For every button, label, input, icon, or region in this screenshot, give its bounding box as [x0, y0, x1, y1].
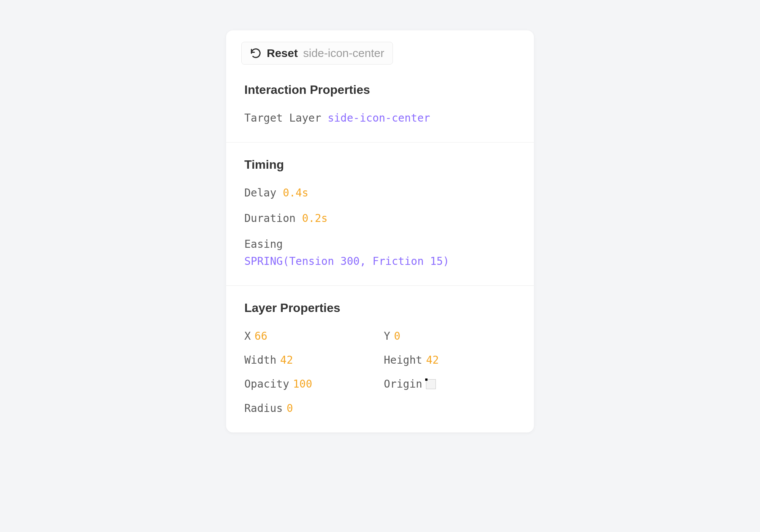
x-row[interactable]: X 66	[244, 329, 376, 344]
origin-row[interactable]: Origin	[384, 377, 516, 391]
refresh-icon	[250, 48, 261, 59]
height-label: Height	[384, 353, 422, 367]
width-value: 42	[280, 353, 293, 367]
target-layer-value: side-icon-center	[328, 112, 430, 124]
layer-title: Layer Properties	[244, 301, 516, 315]
easing-row[interactable]: Easing SPRING(Tension 300, Friction 15)	[244, 237, 516, 269]
y-value: 0	[394, 329, 401, 344]
duration-row[interactable]: Duration 0.2s	[244, 211, 516, 226]
width-label: Width	[244, 353, 276, 367]
reset-button[interactable]: Reset side-icon-center	[241, 42, 393, 65]
target-layer-row[interactable]: Target Layer side-icon-center	[244, 111, 516, 125]
radius-value: 0	[287, 401, 293, 416]
duration-label: Duration	[244, 212, 296, 225]
delay-row[interactable]: Delay 0.4s	[244, 185, 516, 200]
radius-row[interactable]: Radius 0	[244, 401, 376, 416]
delay-value: 0.4s	[283, 187, 308, 199]
interaction-section: Interaction Properties Target Layer side…	[226, 65, 534, 142]
x-value: 66	[255, 329, 268, 344]
width-row[interactable]: Width 42	[244, 353, 376, 367]
target-layer-label: Target Layer	[244, 112, 321, 124]
layer-section: Layer Properties X 66 Y 0 Width 42 Heigh…	[226, 286, 534, 432]
radius-label: Radius	[244, 401, 283, 416]
origin-label: Origin	[384, 377, 422, 391]
timing-section: Timing Delay 0.4s Duration 0.2s Easing S…	[226, 142, 534, 286]
properties-panel: Reset side-icon-center Interaction Prope…	[226, 30, 534, 432]
height-value: 42	[426, 353, 439, 367]
y-label: Y	[384, 329, 390, 344]
delay-label: Delay	[244, 187, 276, 199]
opacity-row[interactable]: Opacity 100	[244, 377, 376, 391]
reset-label: Reset	[267, 47, 298, 60]
duration-value: 0.2s	[302, 212, 328, 225]
opacity-label: Opacity	[244, 377, 289, 391]
y-row[interactable]: Y 0	[384, 329, 516, 344]
reset-section: Reset side-icon-center	[226, 30, 534, 65]
reset-target: side-icon-center	[303, 47, 384, 60]
origin-picker-icon[interactable]	[426, 379, 436, 389]
height-row[interactable]: Height 42	[384, 353, 516, 367]
x-label: X	[244, 329, 251, 344]
opacity-value: 100	[293, 377, 312, 391]
easing-value: SPRING(Tension 300, Friction 15)	[244, 255, 449, 268]
interaction-title: Interaction Properties	[244, 83, 516, 97]
easing-label: Easing	[244, 237, 516, 252]
timing-title: Timing	[244, 158, 516, 172]
